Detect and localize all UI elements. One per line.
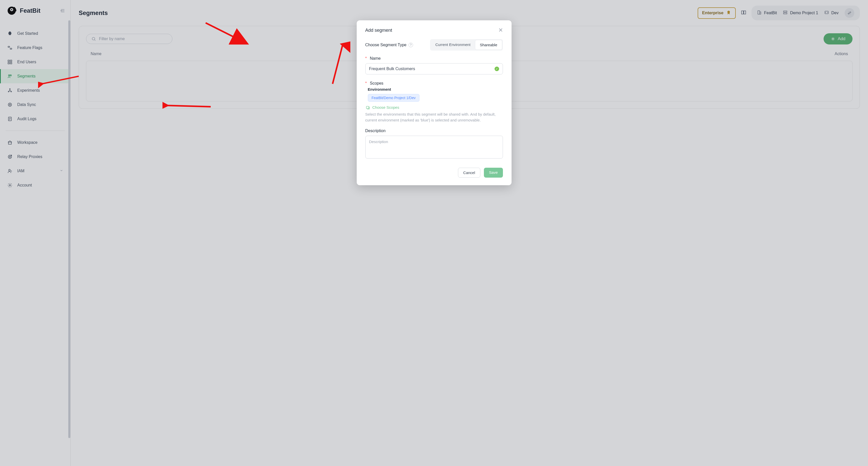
modal-overlay[interactable]: Add segment ✕ Choose Segment Type ? Curr…	[0, 0, 868, 466]
close-icon: ✕	[498, 27, 503, 33]
add-segment-modal: Add segment ✕ Choose Segment Type ? Curr…	[357, 20, 512, 185]
segment-type-option-shareable[interactable]: Shareable	[475, 40, 502, 50]
help-icon[interactable]: ?	[408, 43, 413, 47]
segment-type-row: Choose Segment Type ? Current Environmen…	[365, 39, 503, 51]
choose-scopes-label: Choose Scopes	[372, 105, 399, 110]
modal-title: Add segment	[365, 28, 392, 33]
svg-rect-30	[366, 106, 369, 109]
env-sublabel: Environment	[368, 87, 503, 91]
check-icon: ✓	[495, 66, 499, 71]
env-scope-tag[interactable]: FeatBit/Demo Project 1/Dev	[368, 94, 420, 101]
segment-type-label: Choose Segment Type ?	[365, 43, 413, 47]
segment-type-toggle: Current Environment Shareable	[430, 39, 503, 51]
cancel-button[interactable]: Cancel	[458, 168, 480, 178]
name-input[interactable]: Frequent Bulk Customers ✓	[365, 63, 503, 75]
name-label: *Name	[365, 56, 503, 61]
modal-header: Add segment ✕	[365, 27, 503, 33]
modal-footer: Cancel Save	[365, 168, 503, 178]
segment-type-option-current[interactable]: Current Environment	[431, 40, 475, 50]
save-button[interactable]: Save	[484, 168, 503, 178]
description-placeholder: Description	[369, 140, 388, 144]
name-value: Frequent Bulk Customers	[369, 66, 415, 71]
close-button[interactable]: ✕	[498, 27, 503, 33]
description-label: Description	[365, 128, 503, 133]
scopes-hint: Select the environments that this segmen…	[365, 112, 503, 123]
scope-icon	[366, 106, 370, 110]
choose-scopes-button[interactable]: Choose Scopes	[366, 105, 503, 110]
description-input[interactable]: Description	[365, 136, 503, 158]
scopes-label: *Scopes	[365, 81, 503, 86]
